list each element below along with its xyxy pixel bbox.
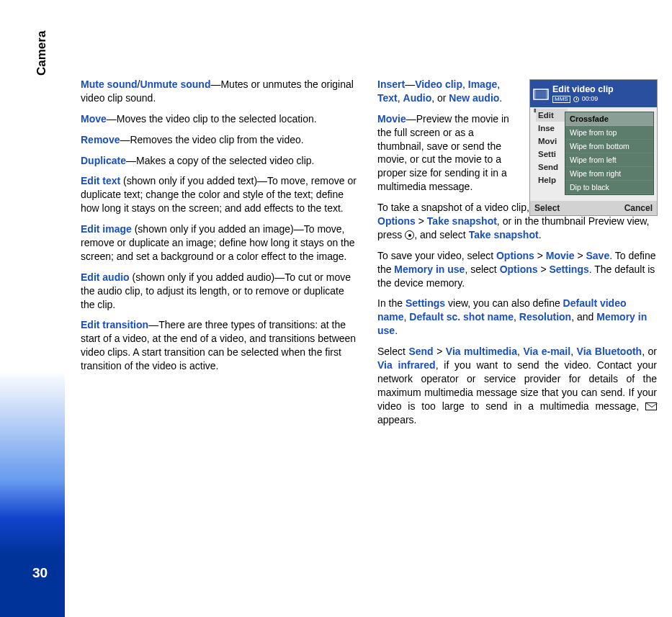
softkey-cancel[interactable]: Cancel: [624, 203, 653, 213]
left-column: Mute sound/Unmute sound—Mutes or unmutes…: [81, 78, 360, 433]
popup-item-wipe-right[interactable]: Wipe from right: [565, 167, 653, 181]
popup-item-crossfade[interactable]: Crossfade: [565, 112, 653, 126]
bg-menu-item[interactable]: Setti: [536, 148, 568, 161]
popup-item-dip-black[interactable]: Dip to black: [565, 181, 653, 194]
svg-rect-1: [535, 91, 547, 98]
para-edit-text: Edit text (shown only if you added text)…: [81, 174, 360, 215]
section-tab: Camera: [35, 31, 49, 76]
para-edit-audio: Edit audio (shown only if you added audi…: [81, 271, 360, 312]
popup-item-wipe-left[interactable]: Wipe from left: [565, 153, 653, 167]
softkey-bar: Select Cancel: [530, 201, 657, 215]
phone-body: ▝ Edit Inse Movi Setti Send Help Crossfa…: [530, 107, 657, 201]
film-icon: [533, 87, 549, 102]
popup-item-wipe-bottom[interactable]: Wipe from bottom: [565, 140, 653, 153]
svg-rect-2: [534, 89, 536, 99]
transition-popup: Crossfade Wipe from top Wipe from bottom…: [565, 112, 654, 195]
para-settings: In the Settings view, you can also defin…: [377, 297, 657, 338]
popup-item-wipe-top[interactable]: Wipe from top: [565, 126, 653, 140]
mms-indicator: MMS: [552, 96, 570, 103]
para-edit-image: Edit image (shown only if you added an i…: [81, 222, 360, 264]
svg-rect-3: [546, 89, 548, 99]
page-number: 30: [32, 565, 48, 581]
envelope-icon: [645, 402, 657, 410]
bg-menu-item[interactable]: Edit: [536, 109, 568, 122]
bg-menu-item[interactable]: Movi: [536, 135, 568, 148]
clock-icon: [573, 96, 579, 102]
background-menu: Edit Inse Movi Setti Send Help: [536, 109, 568, 187]
bg-menu-item[interactable]: Help: [536, 174, 568, 186]
sidebar: Camera 30: [0, 0, 65, 617]
para-edit-transition: Edit transition—There are three types of…: [81, 318, 360, 373]
phone-title: Edit video clip: [552, 85, 614, 94]
para-mute: Mute sound/Unmute sound—Mutes or unmutes…: [81, 78, 360, 105]
joystick-icon: [405, 230, 414, 240]
para-save: To save your video, select Options > Mov…: [377, 249, 657, 290]
para-duplicate: Duplicate—Makes a copy of the selected v…: [81, 154, 360, 168]
para-movie: Movie—Preview the movie in the full scre…: [377, 112, 521, 194]
phone-screenshot: Edit video clip MMS 00:09 ▝ Edit Inse Mo…: [529, 79, 658, 216]
para-remove: Remove—Removes the video clip from the v…: [81, 133, 360, 147]
para-move: Move—Moves the video clip to the selecte…: [81, 112, 360, 126]
phone-header: Edit video clip MMS 00:09: [530, 80, 657, 107]
para-send: Select Send > Via multimedia, Via e-mail…: [377, 345, 657, 426]
para-insert: Insert—Video clip, Image, Text, Audio, o…: [377, 78, 521, 105]
bg-menu-item[interactable]: Inse: [536, 122, 568, 135]
phone-time: 00:09: [582, 96, 599, 102]
bg-menu-item[interactable]: Send: [536, 161, 568, 174]
softkey-select[interactable]: Select: [534, 203, 560, 213]
